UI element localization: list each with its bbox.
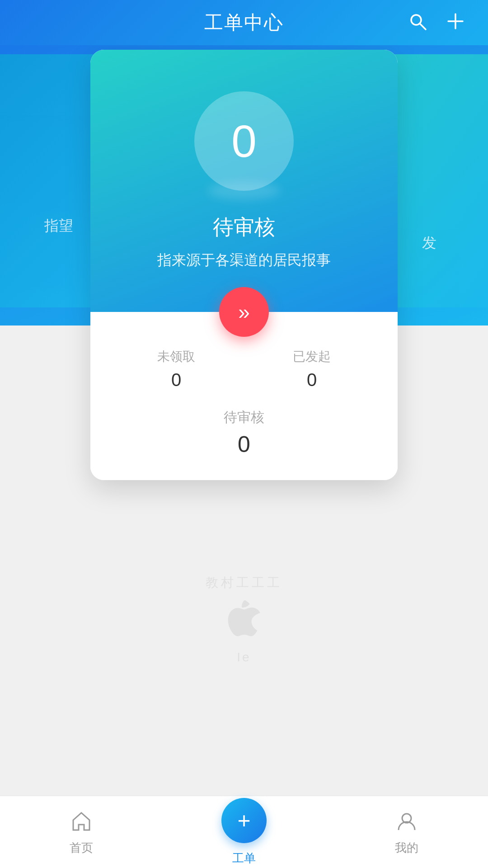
- svg-line-1: [420, 24, 426, 29]
- main-card-bottom: 未领取 0 已发起 0 待审核 0: [90, 312, 398, 480]
- search-icon[interactable]: [408, 11, 427, 34]
- card-subtitle: 指来源于各渠道的居民报事: [157, 250, 331, 270]
- mine-label: 我的: [395, 840, 418, 856]
- watermark: 教村工工工 Ie: [206, 574, 282, 665]
- left-card-label: 指望: [44, 216, 73, 236]
- home-icon: [68, 808, 95, 835]
- header: 工单中心: [0, 0, 488, 45]
- launched-stat: 已发起 0: [244, 348, 380, 390]
- watermark-text2: Ie: [237, 650, 251, 665]
- arrow-icon: »: [238, 302, 250, 322]
- pending-value: 0: [238, 431, 250, 458]
- card-title: 待审核: [213, 213, 275, 241]
- work-add-button[interactable]: +: [221, 798, 267, 843]
- stat-row: 未领取 0 已发起 0: [108, 348, 380, 390]
- launched-label: 已发起: [293, 348, 331, 365]
- main-card-top: 0 待审核 指来源于各渠道的居民报事 »: [90, 50, 398, 312]
- watermark-icon: [221, 600, 267, 646]
- watermark-text: 教村工工工: [206, 574, 282, 591]
- count-badge: 0: [194, 91, 294, 191]
- cards-area: 指望 发 0 待审核 指来源于各渠道的居民报事 »: [0, 45, 488, 371]
- page-title: 工单中心: [204, 10, 284, 35]
- go-button[interactable]: »: [219, 287, 269, 337]
- page-layout: 工单中心 指望 发: [0, 0, 488, 868]
- pending-label: 待审核: [224, 408, 264, 427]
- main-card: 0 待审核 指来源于各渠道的居民报事 » 未领取 0 已发起: [90, 50, 398, 480]
- launched-value: 0: [307, 370, 317, 390]
- work-add-icon: +: [237, 809, 250, 832]
- bottom-nav: 首页 + 工单 我的: [0, 796, 488, 868]
- pending-stat: 待审核 0: [224, 408, 264, 458]
- add-icon[interactable]: [446, 11, 465, 34]
- nav-home[interactable]: 首页: [0, 808, 163, 856]
- nav-mine[interactable]: 我的: [325, 808, 488, 856]
- nav-work[interactable]: + 工单: [163, 798, 325, 866]
- svg-point-0: [411, 15, 421, 25]
- pending-count: 0: [231, 118, 257, 164]
- right-card-label: 发: [422, 233, 436, 253]
- unclaimed-stat: 未领取 0: [108, 348, 244, 390]
- unclaimed-value: 0: [171, 370, 181, 390]
- home-label: 首页: [70, 840, 93, 856]
- header-icons: [408, 11, 465, 34]
- work-label: 工单: [232, 850, 256, 866]
- mine-icon: [393, 808, 420, 835]
- unclaimed-label: 未领取: [157, 348, 195, 365]
